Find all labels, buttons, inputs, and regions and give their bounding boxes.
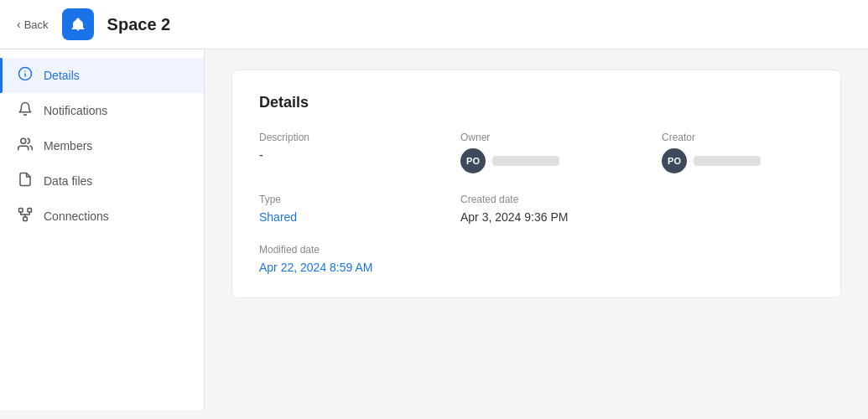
back-label: Back <box>24 18 49 31</box>
modified-date-value: Apr 22, 2024 8:59 AM <box>259 261 427 274</box>
sidebar-item-notifications-label: Notifications <box>44 104 107 117</box>
main-layout: Details Notifications Members <box>0 49 868 410</box>
owner-label: Owner <box>460 132 628 143</box>
owner-initials: PO <box>466 156 480 166</box>
file-icon <box>17 172 34 190</box>
svg-point-3 <box>21 138 26 143</box>
creator-field: Creator PO <box>662 132 829 173</box>
modified-date-field: Modified date Apr 22, 2024 8:59 AM <box>259 244 427 274</box>
back-link[interactable]: ‹ Back <box>17 18 49 31</box>
created-date-label: Created date <box>460 194 628 205</box>
space-app-icon <box>70 17 86 32</box>
owner-field: Owner PO <box>460 132 628 173</box>
sidebar-item-members-label: Members <box>44 139 92 153</box>
info-circle-icon <box>17 66 34 85</box>
type-label: Type <box>259 194 427 205</box>
back-arrow-icon: ‹ <box>17 18 21 31</box>
creator-name-bar <box>694 156 761 166</box>
modified-date-label: Modified date <box>259 244 427 256</box>
created-date-field: Created date Apr 3, 2024 9:36 PM <box>460 194 628 224</box>
creator-avatar: PO <box>662 148 687 173</box>
description-label: Description <box>259 132 427 143</box>
people-icon <box>17 137 34 155</box>
sidebar: Details Notifications Members <box>0 49 205 410</box>
type-field: Type Shared <box>259 194 427 224</box>
description-value: - <box>259 148 427 162</box>
owner-name-bar <box>492 156 559 166</box>
top-header: ‹ Back Space 2 <box>0 0 868 49</box>
sidebar-item-connections[interactable]: Connections <box>0 199 204 234</box>
sidebar-item-connections-label: Connections <box>44 210 109 223</box>
space-title: Space 2 <box>107 15 171 34</box>
creator-initials: PO <box>668 156 681 166</box>
details-grid: Description - Owner PO Creator <box>259 132 813 274</box>
space-icon <box>62 8 94 40</box>
bell-icon <box>17 101 34 120</box>
sidebar-item-notifications[interactable]: Notifications <box>0 93 204 128</box>
created-date-value: Apr 3, 2024 9:36 PM <box>460 210 628 224</box>
sidebar-item-data-files[interactable]: Data files <box>0 163 204 199</box>
creator-label: Creator <box>662 132 829 143</box>
owner-avatar-row: PO <box>460 148 628 173</box>
owner-avatar: PO <box>460 148 486 173</box>
sidebar-item-details-label: Details <box>44 69 80 82</box>
type-value: Shared <box>259 210 427 224</box>
connections-icon <box>17 207 34 225</box>
details-title: Details <box>259 94 813 111</box>
sidebar-item-data-files-label: Data files <box>44 174 92 188</box>
content-area: Details Description - Owner PO <box>205 49 868 410</box>
details-card: Details Description - Owner PO <box>231 70 841 298</box>
sidebar-item-members[interactable]: Members <box>0 128 204 163</box>
sidebar-item-details[interactable]: Details <box>0 58 204 93</box>
description-field: Description - <box>259 132 427 173</box>
creator-avatar-row: PO <box>662 148 829 173</box>
